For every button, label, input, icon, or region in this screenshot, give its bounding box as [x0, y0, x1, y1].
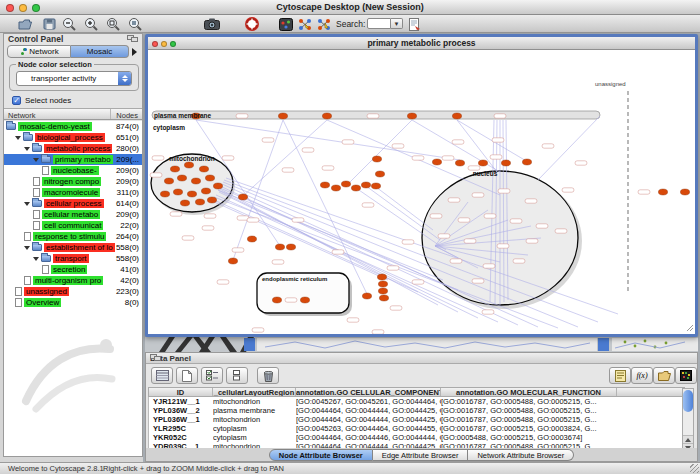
table-row[interactable]: YPL036W__2 plasma membrane [GO:0044464, … [149, 406, 684, 415]
float-panel-icon[interactable] [127, 35, 139, 43]
table-row[interactable]: YKR052C cytoplasm [GO:0044464, GO:004444… [149, 433, 684, 442]
tree-item-label: cell communicat [42, 221, 103, 230]
tree-row[interactable]: metabolic process 280(0) [4, 143, 142, 154]
window-titlebar[interactable]: Cytoscape Desktop (New Session) [0, 0, 700, 15]
attribute-pair-icon[interactable] [226, 367, 248, 384]
tree-column-header[interactable]: Network Nodes [4, 108, 142, 120]
save-session-icon[interactable] [40, 16, 58, 32]
annotation-tool-icon[interactable] [406, 16, 424, 32]
network-overlay-icon-2[interactable] [315, 16, 333, 32]
expand-arrow-icon[interactable] [24, 147, 30, 151]
tree-row[interactable]: Overview 8(0) [4, 297, 142, 308]
cell-molecular-function: [GO:0005488, GO:0005215, GO:0003674] [441, 433, 617, 442]
column-header-region[interactable]: _cellularLayoutRegion [213, 388, 296, 396]
tree-item-label: secretion [51, 265, 87, 274]
zoom-out-icon[interactable] [60, 16, 78, 32]
tree-row[interactable]: unassigned 223(0) [4, 286, 142, 297]
tree-row[interactable]: response to stimulu 264(0) [4, 231, 142, 242]
tree-row[interactable]: transport 558(0) [4, 253, 142, 264]
cytoplasm-label: cytoplasm [153, 124, 185, 132]
network-view-titlebar[interactable]: primary metabolic process [148, 37, 695, 50]
tab-network[interactable]: Network [7, 45, 71, 58]
frame-resize-grip[interactable] [687, 325, 693, 331]
window-resize-grip[interactable] [690, 464, 699, 473]
tree-item-icon [15, 287, 22, 296]
network-nodes[interactable] [160, 113, 689, 303]
network-overlay-icon-1[interactable] [296, 16, 314, 32]
zoom-in-icon[interactable] [82, 16, 100, 32]
scrollbar-thumb[interactable] [683, 390, 693, 412]
tree-item-count: 558(0) [116, 243, 139, 252]
tree-item-icon [41, 255, 51, 262]
table-row[interactable]: YLR295C cytoplasm [GO:0045263, GO:004446… [149, 424, 684, 433]
expand-arrow-icon[interactable] [33, 158, 39, 162]
tree-item-label: response to stimulu [33, 232, 106, 241]
node-color-selection-group: Node color selection transporter activit… [9, 64, 139, 91]
create-attribute-icon[interactable] [176, 367, 198, 384]
attribute-equation-icon[interactable]: f(x) [631, 367, 653, 384]
tree-row[interactable]: cellular process 614(0) [4, 198, 142, 209]
tree-row[interactable]: secretion 41(0) [4, 264, 142, 275]
tree-row[interactable]: nucleobase- 209(0) [4, 165, 142, 176]
node-color-dropdown[interactable]: transporter activity [16, 71, 132, 86]
expand-arrow-icon[interactable] [24, 246, 30, 250]
plasma-membrane-label: plasma membrane [154, 112, 211, 120]
column-header-cellular-component[interactable]: annotation.GO CELLULAR_COMPONENT [296, 388, 441, 396]
select-nodes-checkbox[interactable]: ✓ [12, 96, 21, 105]
tree-row[interactable]: biological_process 651(0) [4, 132, 142, 143]
column-header-molecular-function[interactable]: annotation.GO MOLECULAR_FUNCTION [441, 388, 617, 396]
expand-arrow-icon[interactable] [24, 202, 30, 206]
tab-scroll-arrow-icon[interactable] [132, 48, 137, 56]
tree-row[interactable]: cell communicat 22(0) [4, 220, 142, 231]
tree-row[interactable]: mosaic-demo-yeast 874(0) [4, 121, 142, 132]
table-scrollbar[interactable] [682, 388, 694, 452]
column-header-id[interactable]: ID [149, 388, 213, 396]
cell-cellular-component: [GO:0044464, GO:0044444, GO:0044425, G..… [296, 415, 441, 424]
search-dropdown-icon[interactable]: ▼ [391, 18, 403, 29]
float-data-panel-icon[interactable] [150, 354, 162, 362]
search-input[interactable] [367, 18, 391, 29]
zoom-fit-icon[interactable] [126, 16, 144, 32]
tree-row[interactable]: nitrogen compo 209(0) [4, 176, 142, 187]
tree-row[interactable]: cellular metabo 209(0) [4, 209, 142, 220]
scroll-up-icon[interactable] [683, 435, 693, 443]
tree-item-label: Overview [24, 298, 61, 307]
import-attributes-folder-icon[interactable] [653, 367, 675, 384]
tree-item-count: 209(... [116, 155, 139, 164]
expand-arrow-icon[interactable] [15, 136, 21, 140]
browser-tab[interactable]: Node Attribute Browser [269, 449, 373, 461]
zoom-selected-icon[interactable] [104, 16, 122, 32]
select-nodes-label: Select nodes [25, 96, 71, 105]
tree-item-label: multi-organism pro [33, 276, 103, 285]
tree-item-count: 311(0) [116, 188, 139, 197]
browser-tab[interactable]: Edge Attribute Browser [373, 449, 469, 461]
delete-attribute-trash-icon[interactable] [257, 367, 279, 384]
help-lifering-icon[interactable] [243, 16, 261, 32]
tree-row[interactable]: multi-organism pro 42(0) [4, 275, 142, 286]
network-canvas[interactable]: plasma membrane cytoplasm mitochondrion … [148, 50, 695, 334]
expand-arrow-icon[interactable] [33, 257, 39, 261]
tree-item-label: mosaic-demo-yeast [18, 122, 92, 131]
table-row[interactable]: YPL036W__1 mitochondrion [GO:0044464, GO… [149, 415, 684, 424]
tree-item-label: cellular process [44, 199, 104, 208]
browser-tab[interactable]: Network Attribute Browser [468, 449, 574, 461]
tree-item-count: 874(0) [116, 122, 139, 131]
tree-item-label: metabolic process [44, 144, 112, 153]
tree-row[interactable]: primary metabo 209(... [4, 154, 142, 165]
table-row[interactable]: YJR121W__1 mitochondrion [GO:0045267, GO… [149, 397, 684, 406]
snapshot-camera-icon[interactable] [203, 16, 221, 32]
attribute-table: YJR121W__1 mitochondrion [GO:0045267, GO… [148, 397, 685, 452]
vizmapper-icon[interactable] [277, 16, 295, 32]
attribute-checklist-icon[interactable] [201, 367, 223, 384]
cell-region: cytoplasm [213, 433, 296, 442]
dropdown-stepper-icon[interactable] [118, 72, 131, 85]
tree-row[interactable]: establishment of lo 558(0) [4, 242, 142, 253]
open-session-icon[interactable] [16, 16, 34, 32]
tree-row[interactable]: macromolecule 311(0) [4, 187, 142, 198]
select-attributes-icon[interactable] [151, 367, 173, 384]
tree-item-label: nitrogen compo [42, 177, 101, 186]
attribute-matrix-icon[interactable] [675, 367, 697, 384]
attribute-notes-icon[interactable] [609, 367, 631, 384]
cell-id: YPL036W__1 [149, 415, 213, 424]
tab-mosaic[interactable]: Mosaic [71, 45, 129, 58]
